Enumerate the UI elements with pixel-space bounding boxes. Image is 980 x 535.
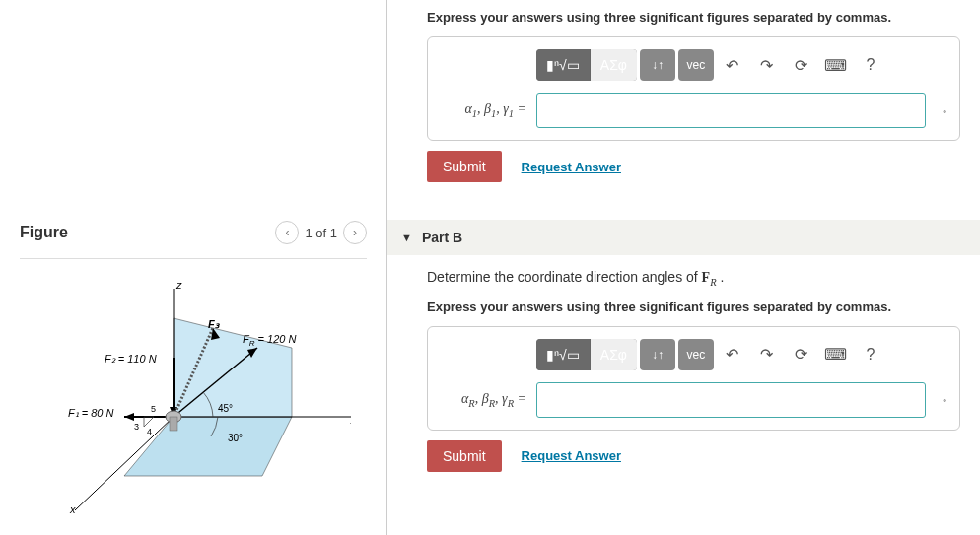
vec-button[interactable]: vec — [678, 339, 714, 370]
left-panel: Figure ‹ 1 of 1 › z y x — [0, 0, 387, 535]
right-panel: Express your answers using three signifi… — [387, 0, 980, 535]
svg-marker-12 — [124, 413, 134, 421]
angle-30-label: 30° — [228, 433, 243, 443]
part-a-unit: ∘ — [942, 105, 947, 116]
redo-button[interactable]: ↷ — [751, 49, 783, 81]
part-a-submit-button[interactable]: Submit — [427, 151, 502, 182]
part-a-answer-input[interactable] — [536, 93, 926, 128]
pager-text: 1 of 1 — [305, 226, 337, 240]
greek-letters-button[interactable]: ΑΣφ — [591, 339, 637, 370]
part-b-request-answer-link[interactable]: Request Answer — [522, 448, 621, 463]
force-f1-label: F₁ = 80 N — [68, 407, 114, 419]
part-b-question-prefix: Determine the coordinate direction angle… — [427, 269, 702, 285]
axis-z-label: z — [175, 279, 182, 291]
part-b-toolbar: ▮ⁿ√▭ ΑΣφ ↓↑ vec ↶ ↷ ⟳ ⌨ ? — [440, 339, 947, 370]
svg-marker-13 — [144, 417, 154, 427]
force-f3-label: F₃ — [208, 318, 220, 330]
undo-button[interactable]: ↶ — [717, 49, 748, 81]
math-templates-button[interactable]: ▮ⁿ√▭ — [536, 49, 591, 81]
pager-prev-button[interactable]: ‹ — [275, 221, 299, 244]
part-b-instruction: Express your answers using three signifi… — [427, 300, 980, 314]
part-b-unit: ∘ — [942, 394, 947, 405]
part-b-question-suffix: . — [717, 269, 725, 285]
slope-4: 4 — [147, 427, 152, 436]
part-a-toolbar: ▮ⁿ√▭ ΑΣφ ↓↑ vec ↶ ↷ ⟳ ⌨ ? — [440, 49, 947, 81]
figure-title: Figure — [20, 224, 68, 241]
pager-next-button[interactable]: › — [343, 221, 367, 244]
axis-y-label: y — [350, 412, 351, 424]
svg-rect-15 — [170, 417, 177, 431]
sub-super-button[interactable]: ↓↑ — [640, 49, 675, 81]
part-a-var-label: α1, β1, γ1 = — [440, 101, 526, 119]
help-button[interactable]: ? — [855, 339, 886, 370]
keyboard-button[interactable]: ⌨ — [820, 49, 852, 81]
part-b-header[interactable]: ▼ Part B — [387, 220, 980, 255]
part-b-submit-button[interactable]: Submit — [427, 440, 502, 472]
slope-5: 5 — [151, 404, 156, 414]
collapse-icon: ▼ — [401, 232, 412, 243]
force-f2-label: F₂ = 110 N — [105, 353, 157, 365]
part-a-request-answer-link[interactable]: Request Answer — [522, 160, 621, 174]
part-b-answer-input[interactable] — [536, 382, 926, 418]
sub-super-button[interactable]: ↓↑ — [640, 339, 675, 370]
reset-button[interactable]: ⟳ — [786, 49, 817, 81]
part-b-answer-box: ▮ⁿ√▭ ΑΣφ ↓↑ vec ↶ ↷ ⟳ ⌨ ? αR, βR, γR = ∘ — [427, 326, 960, 431]
part-a-answer-box: ▮ⁿ√▭ ΑΣφ ↓↑ vec ↶ ↷ ⟳ ⌨ ? α1, β1, γ1 = ∘ — [427, 36, 960, 141]
reset-button[interactable]: ⟳ — [786, 339, 817, 370]
part-b-title: Part B — [422, 230, 462, 245]
redo-button[interactable]: ↷ — [751, 339, 783, 370]
undo-button[interactable]: ↶ — [717, 339, 748, 370]
slope-3: 3 — [134, 422, 139, 432]
part-b-question: Determine the coordinate direction angle… — [427, 269, 980, 288]
part-a-instruction: Express your answers using three signifi… — [427, 10, 980, 25]
figure-diagram: z y x F₂ = 110 N F₃ FR = 120 N — [20, 269, 367, 515]
part-b-section: Determine the coordinate direction angle… — [387, 269, 980, 490]
figure-pager: ‹ 1 of 1 › — [275, 221, 367, 244]
vec-button[interactable]: vec — [678, 49, 714, 81]
axis-x-label: x — [69, 503, 76, 515]
greek-letters-button[interactable]: ΑΣφ — [591, 49, 637, 81]
keyboard-button[interactable]: ⌨ — [820, 339, 852, 370]
part-a-section: Express your answers using three signifi… — [387, 0, 980, 200]
svg-marker-0 — [124, 417, 292, 476]
part-b-var-label: αR, βR, γR = — [440, 391, 526, 409]
math-templates-button[interactable]: ▮ⁿ√▭ — [536, 339, 591, 370]
angle-45-label: 45° — [218, 403, 233, 414]
help-button[interactable]: ? — [855, 49, 886, 81]
